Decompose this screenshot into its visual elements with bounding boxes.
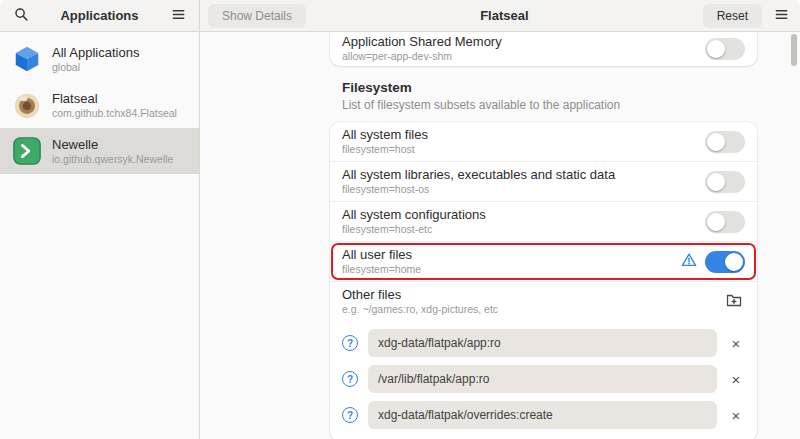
row-text: All system libraries, executables and st…	[342, 167, 697, 196]
sidebar-item-text: Flatseal com.github.tchx84.Flatseal	[52, 91, 177, 120]
other-files-subtitle: e.g. ~/games:ro, xdg-pictures, etc	[342, 303, 715, 316]
shared-memory-toggle[interactable]	[705, 38, 745, 60]
permission-title: All system libraries, executables and st…	[342, 167, 697, 183]
all-user-files-toggle[interactable]	[705, 251, 745, 273]
search-icon	[14, 7, 29, 25]
reset-button[interactable]: Reset	[703, 4, 762, 28]
help-icon[interactable]: ?	[342, 335, 358, 351]
permission-title: All system files	[342, 127, 697, 143]
permission-row-all-user-files: All user files filesystem=home	[330, 241, 757, 281]
close-icon[interactable]: ×	[727, 408, 745, 423]
row-text: Application Shared Memory allow=per-app-…	[342, 34, 697, 63]
permission-row-shared-memory: Application Shared Memory allow=per-app-…	[330, 32, 757, 66]
permission-title: Application Shared Memory	[342, 34, 697, 50]
show-details-button[interactable]: Show Details	[208, 4, 306, 28]
close-icon[interactable]: ×	[727, 336, 745, 351]
sidebar: Applications All Applications g	[0, 0, 200, 439]
permission-row-all-system-libraries: All system libraries, executables and st…	[330, 161, 757, 201]
main-panel: Show Details Flatseal Reset Application …	[200, 0, 800, 439]
filesystem-entry: ? ×	[342, 401, 745, 429]
permission-subtitle: filesystem=host	[342, 143, 697, 156]
help-icon[interactable]: ?	[342, 407, 358, 423]
other-files-row: Other files e.g. ~/games:ro, xdg-picture…	[330, 281, 757, 321]
permissions-scroll-area: Application Shared Memory allow=per-app-…	[200, 32, 800, 439]
shared-memory-card: Application Shared Memory allow=per-app-…	[330, 32, 757, 66]
all-system-files-toggle[interactable]	[705, 131, 745, 153]
main-header: Show Details Flatseal Reset	[200, 0, 800, 32]
permission-subtitle: filesystem=host-os	[342, 183, 697, 196]
sidebar-item-text: Newelle io.github.qwersyk.Newelle	[52, 137, 173, 166]
permission-subtitle: allow=per-app-dev-shm	[342, 50, 697, 63]
filesystem-entry: ? ×	[342, 365, 745, 393]
sidebar-title: Applications	[38, 8, 161, 23]
scrollbar-thumb[interactable]	[791, 34, 797, 66]
permission-subtitle: filesystem=host-etc	[342, 223, 697, 236]
row-text: All user files filesystem=home	[342, 247, 673, 276]
all-system-configurations-toggle[interactable]	[705, 211, 745, 233]
permission-row-all-system-files: All system files filesystem=host	[330, 122, 757, 161]
row-text: All system files filesystem=host	[342, 127, 697, 156]
window-title: Flatseal	[314, 8, 695, 23]
filesystem-entry-input[interactable]	[368, 329, 717, 357]
filesystem-entry-input[interactable]	[368, 365, 717, 393]
filesystem-section-title: Filesystem	[330, 80, 757, 95]
row-text: Other files e.g. ~/games:ro, xdg-picture…	[342, 287, 715, 316]
app-name: All Applications	[52, 45, 139, 61]
other-files-title: Other files	[342, 287, 715, 303]
switch-knob	[707, 173, 725, 191]
application-list: All Applications global Flatseal com.git…	[0, 32, 199, 174]
menu-icon	[171, 7, 186, 25]
sidebar-header: Applications	[0, 0, 199, 32]
permission-title: All user files	[342, 247, 673, 263]
other-files-entries: ? × ? × ? ×	[330, 321, 757, 439]
sidebar-menu-button[interactable]	[167, 5, 189, 27]
primary-menu-button[interactable]	[770, 5, 792, 27]
permission-title: All system configurations	[342, 207, 697, 223]
all-system-libraries-toggle[interactable]	[705, 171, 745, 193]
app-id: io.github.qwersyk.Newelle	[52, 153, 173, 166]
app-id: com.github.tchx84.Flatseal	[52, 107, 177, 120]
flatseal-app-icon	[12, 90, 42, 120]
permission-subtitle: filesystem=home	[342, 263, 673, 276]
filesystem-entry: ? ×	[342, 329, 745, 357]
search-button[interactable]	[10, 5, 32, 27]
close-icon[interactable]: ×	[727, 372, 745, 387]
sidebar-item-all-applications[interactable]: All Applications global	[0, 36, 199, 82]
filesystem-entry-input[interactable]	[368, 401, 717, 429]
help-icon[interactable]: ?	[342, 371, 358, 387]
menu-icon	[774, 7, 789, 25]
permission-row-all-system-configurations: All system configurations filesystem=hos…	[330, 201, 757, 241]
add-folder-icon	[726, 292, 742, 311]
warning-icon	[681, 252, 697, 272]
switch-knob	[725, 253, 743, 271]
sidebar-item-newelle[interactable]: Newelle io.github.qwersyk.Newelle	[0, 128, 199, 174]
filesystem-section-description: List of filesystem subsets available to …	[330, 98, 757, 112]
flatseal-window: Applications All Applications g	[0, 0, 800, 439]
switch-knob	[707, 213, 725, 231]
app-name: Newelle	[52, 137, 173, 153]
add-folder-button[interactable]	[723, 291, 745, 313]
sidebar-item-text: All Applications global	[52, 45, 139, 74]
filesystem-card: All system files filesystem=host All sys…	[330, 122, 757, 439]
sidebar-item-flatseal[interactable]: Flatseal com.github.tchx84.Flatseal	[0, 82, 199, 128]
switch-knob	[707, 133, 725, 151]
switch-knob	[707, 40, 725, 58]
app-id: global	[52, 61, 139, 74]
app-name: Flatseal	[52, 91, 177, 107]
all-applications-icon	[12, 44, 42, 74]
row-text: All system configurations filesystem=hos…	[342, 207, 697, 236]
newelle-app-icon	[12, 136, 42, 166]
